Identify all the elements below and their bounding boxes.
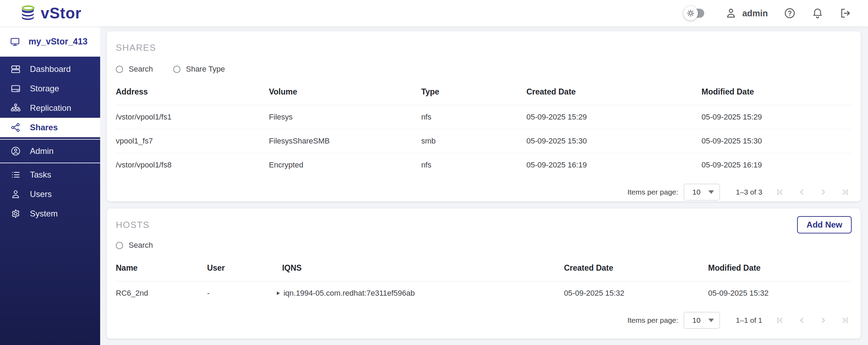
user-menu[interactable]: admin xyxy=(725,7,768,19)
logout-icon[interactable] xyxy=(839,7,851,19)
shares-pagination: Items per page: 10 1–3 of 3 xyxy=(116,180,852,205)
sidebar-item-label: Storage xyxy=(30,84,59,93)
sidebar-item-label: Admin xyxy=(30,146,54,156)
cell-modified: 05-09-2025 16:19 xyxy=(701,153,852,177)
items-per-page-select[interactable]: 10 xyxy=(684,312,720,329)
iqn-value: iqn.1994-05.com.redhat:7e311ef596ab xyxy=(283,289,415,298)
shares-search-filter[interactable]: Search xyxy=(116,65,153,74)
column-header[interactable]: Name xyxy=(116,256,207,281)
column-header[interactable]: IQNS xyxy=(282,256,564,281)
shares-share-type-filter[interactable]: Share Type xyxy=(173,65,225,74)
sidebar-item-label: Dashboard xyxy=(30,64,71,74)
device-selector[interactable]: my_vStor_413 xyxy=(0,26,100,57)
filter-label: Share Type xyxy=(186,65,225,74)
column-header[interactable]: Volume xyxy=(269,80,421,105)
column-header[interactable]: Type xyxy=(421,80,527,105)
sidebar-nav: Dashboard Storage Replication xyxy=(0,57,100,345)
prev-page-icon[interactable] xyxy=(797,188,806,197)
sidebar-item-shares[interactable]: Shares xyxy=(0,118,100,137)
cell-modified: 05-09-2025 15:32 xyxy=(708,281,852,305)
cell-created: 05-09-2025 15:29 xyxy=(527,105,702,129)
column-header[interactable]: Created Date xyxy=(564,256,708,281)
vstor-logo-cylinder-icon xyxy=(20,5,36,22)
help-icon[interactable] xyxy=(784,7,796,19)
column-header[interactable]: Created Date xyxy=(527,80,702,105)
last-page-icon[interactable] xyxy=(840,188,849,197)
radio-circle-icon xyxy=(116,66,123,73)
cell-name: RC6_2nd xyxy=(116,281,207,305)
next-page-icon[interactable] xyxy=(819,316,828,325)
cell-volume: FilesysShareSMB xyxy=(269,129,421,153)
dashboard-icon xyxy=(10,64,21,74)
cell-address: vpool1_fs7 xyxy=(116,129,269,153)
sidebar-item-tasks[interactable]: Tasks xyxy=(0,165,100,184)
storage-icon xyxy=(10,83,21,94)
user-label: admin xyxy=(742,8,768,18)
users-icon xyxy=(10,189,21,199)
sidebar-item-dashboard[interactable]: Dashboard xyxy=(0,59,100,79)
filter-label: Search xyxy=(129,241,153,250)
theme-toggle-thumb[interactable] xyxy=(683,6,698,20)
vstor-logo: vStor xyxy=(20,5,81,22)
sidebar-item-storage[interactable]: Storage xyxy=(0,79,100,98)
table-row[interactable]: vpool1_fs7 FilesysShareSMB smb 05-09-202… xyxy=(116,129,852,153)
hosts-search-filter[interactable]: Search xyxy=(116,241,153,250)
cell-created: 05-09-2025 15:30 xyxy=(527,129,702,153)
bell-icon[interactable] xyxy=(812,7,823,19)
chevron-down-icon xyxy=(708,319,714,322)
sidebar-item-label: Shares xyxy=(30,123,58,132)
hosts-panel: HOSTS Add New Search Name User IQNS Crea… xyxy=(107,208,861,339)
add-new-button[interactable]: Add New xyxy=(797,216,852,233)
next-page-icon[interactable] xyxy=(819,188,828,197)
theme-toggle[interactable] xyxy=(687,9,704,18)
shares-panel: SHARES Search Share Type Address Volume … xyxy=(107,31,861,202)
table-header-row: Address Volume Type Created Date Modifie… xyxy=(116,80,852,105)
admin-icon xyxy=(10,146,21,156)
cell-created: 05-09-2025 16:19 xyxy=(527,153,702,177)
sidebar-item-system[interactable]: System xyxy=(0,204,100,223)
pagination-range: 1–3 of 3 xyxy=(736,188,762,196)
cell-created: 05-09-2025 15:32 xyxy=(564,281,708,305)
sidebar-item-replication[interactable]: Replication xyxy=(0,98,100,118)
table-row[interactable]: /vstor/vpool1/fs8 Encrypted nfs 05-09-20… xyxy=(116,153,852,177)
hosts-panel-title: HOSTS xyxy=(116,220,150,230)
cell-modified: 05-09-2025 15:30 xyxy=(701,129,852,153)
column-header[interactable]: Address xyxy=(116,80,269,105)
sun-toggle-icon xyxy=(686,9,695,17)
cell-type: nfs xyxy=(421,153,527,177)
hosts-table: Name User IQNS Created Date Modified Dat… xyxy=(116,256,852,305)
last-page-icon[interactable] xyxy=(840,316,849,325)
sidebar: my_vStor_413 Dashboard Storage xyxy=(0,26,100,345)
sidebar-item-users[interactable]: Users xyxy=(0,184,100,204)
prev-page-icon[interactable] xyxy=(797,316,806,325)
column-header[interactable]: Modified Date xyxy=(708,256,852,281)
main-content: SHARES Search Share Type Address Volume … xyxy=(100,26,868,345)
pagination-range: 1–1 of 1 xyxy=(736,316,762,325)
items-per-page-select[interactable]: 10 xyxy=(684,184,720,200)
sidebar-item-admin[interactable]: Admin xyxy=(0,141,100,161)
table-row[interactable]: RC6_2nd - iqn.1994-05.com.redhat:7e311ef… xyxy=(116,281,852,305)
first-page-icon[interactable] xyxy=(776,188,785,197)
first-page-icon[interactable] xyxy=(776,316,785,325)
table-row[interactable]: /vstor/vpool1/fs1 Filesys nfs 05-09-2025… xyxy=(116,105,852,129)
logo-text: vStor xyxy=(41,5,81,22)
device-name: my_vStor_413 xyxy=(29,36,88,47)
items-per-page-label: Items per page: xyxy=(627,188,678,196)
replication-icon xyxy=(10,103,21,113)
column-header[interactable]: User xyxy=(207,256,282,281)
sidebar-item-label: Users xyxy=(30,189,52,199)
cell-type: smb xyxy=(421,129,527,153)
iqn-expand-icon[interactable] xyxy=(277,291,280,295)
radio-circle-icon xyxy=(116,242,123,249)
items-per-page-value: 10 xyxy=(692,316,700,325)
chevron-down-icon xyxy=(708,190,714,194)
cell-iqns: iqn.1994-05.com.redhat:7e311ef596ab xyxy=(282,281,564,305)
shares-table: Address Volume Type Created Date Modifie… xyxy=(116,80,852,177)
sidebar-item-label: Replication xyxy=(30,103,71,113)
items-per-page-label: Items per page: xyxy=(627,316,678,325)
tasks-icon xyxy=(10,170,21,180)
column-header[interactable]: Modified Date xyxy=(701,80,852,105)
nav-divider xyxy=(0,163,100,163)
user-icon xyxy=(725,7,737,19)
hosts-pagination: Items per page: 10 1–1 of 1 xyxy=(116,308,852,333)
